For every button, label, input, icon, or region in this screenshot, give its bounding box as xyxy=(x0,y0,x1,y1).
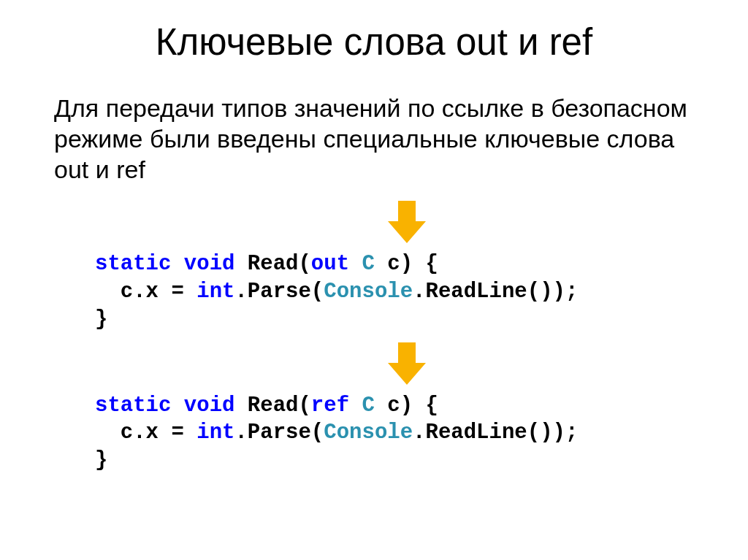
slide-title: Ключевые слова out и ref xyxy=(54,20,694,64)
code-text: c.x = xyxy=(95,421,196,445)
arrow-down-icon xyxy=(385,199,429,246)
code-text: Read( xyxy=(234,252,310,276)
code-text: .Parse( xyxy=(234,421,324,445)
code-text xyxy=(349,252,362,276)
code-text xyxy=(349,394,362,418)
arrow-down-icon xyxy=(385,341,429,388)
code-block-out: static void Read(out C c) { c.x = int.Pa… xyxy=(95,250,694,333)
code-text: } xyxy=(95,307,107,331)
kw-ref: ref xyxy=(311,394,349,418)
type: C xyxy=(362,394,374,418)
arrow-down-2-wrap xyxy=(120,341,694,388)
arrow-down-1-wrap xyxy=(120,199,694,246)
code-text: c.x = xyxy=(95,280,196,304)
kw: int xyxy=(196,421,234,445)
code-text: c) { xyxy=(375,394,438,418)
code-text: c) { xyxy=(375,252,438,276)
code-text: .Parse( xyxy=(234,280,324,304)
kw-out: out xyxy=(311,252,349,276)
type: Console xyxy=(324,421,413,445)
code-text: } xyxy=(95,448,107,472)
code-text: Read( xyxy=(234,394,310,418)
kw: static void xyxy=(95,394,234,418)
slide: Ключевые слова out и ref Для передачи ти… xyxy=(0,0,748,560)
kw: int xyxy=(196,280,234,304)
kw: static void xyxy=(95,252,234,276)
type: Console xyxy=(324,280,413,304)
code-block-ref: static void Read(ref C c) { c.x = int.Pa… xyxy=(95,392,694,475)
slide-body-text: Для передачи типов значений по ссылке в … xyxy=(54,93,694,185)
code-text: .ReadLine()); xyxy=(413,421,578,445)
type: C xyxy=(362,252,374,276)
code-text: .ReadLine()); xyxy=(413,280,578,304)
